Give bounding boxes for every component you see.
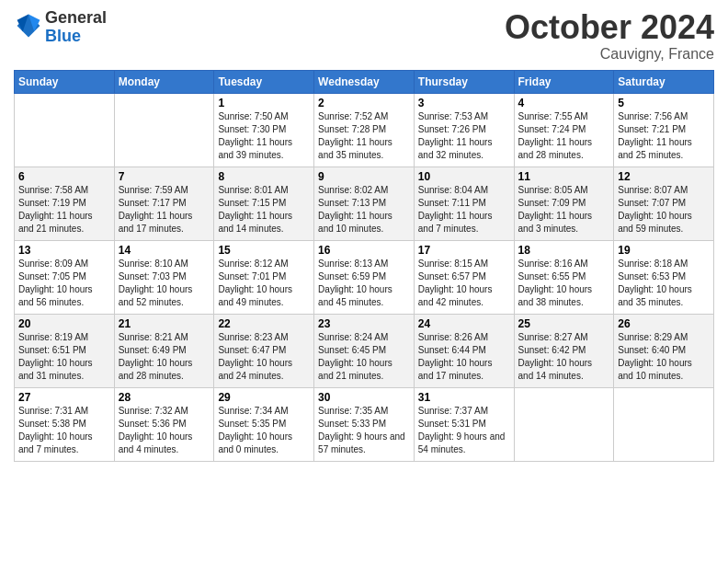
day-info: Sunrise: 7:58 AMSunset: 7:19 PMDaylight:… xyxy=(18,184,110,236)
calendar-cell: 7Sunrise: 7:59 AMSunset: 7:17 PMDaylight… xyxy=(114,167,214,240)
calendar-cell xyxy=(614,387,714,461)
day-number: 29 xyxy=(218,391,310,404)
day-number: 28 xyxy=(119,391,210,404)
day-info: Sunrise: 8:02 AMSunset: 7:13 PMDaylight:… xyxy=(318,184,410,236)
dow-header-monday: Monday xyxy=(114,70,214,93)
day-info: Sunrise: 8:05 AMSunset: 7:09 PMDaylight:… xyxy=(518,184,610,236)
logo-icon xyxy=(16,13,41,39)
day-info: Sunrise: 8:26 AMSunset: 6:44 PMDaylight:… xyxy=(418,331,510,383)
day-number: 23 xyxy=(318,317,410,330)
day-info: Sunrise: 8:01 AMSunset: 7:15 PMDaylight:… xyxy=(218,184,310,236)
day-number: 18 xyxy=(518,244,610,257)
day-info: Sunrise: 7:59 AMSunset: 7:17 PMDaylight:… xyxy=(119,184,210,236)
calendar-cell xyxy=(15,93,115,167)
calendar-cell: 23Sunrise: 8:24 AMSunset: 6:45 PMDayligh… xyxy=(314,314,415,387)
day-info: Sunrise: 7:56 AMSunset: 7:21 PMDaylight:… xyxy=(618,110,710,162)
calendar-cell: 19Sunrise: 8:18 AMSunset: 6:53 PMDayligh… xyxy=(614,240,714,314)
dow-header-tuesday: Tuesday xyxy=(214,70,314,93)
day-number: 22 xyxy=(218,317,310,330)
day-number: 4 xyxy=(518,97,610,109)
calendar-cell: 22Sunrise: 8:23 AMSunset: 6:47 PMDayligh… xyxy=(214,314,314,387)
week-row-1: 1Sunrise: 7:50 AMSunset: 7:30 PMDaylight… xyxy=(15,93,714,167)
calendar-cell: 14Sunrise: 8:10 AMSunset: 7:03 PMDayligh… xyxy=(114,240,214,314)
day-info: Sunrise: 8:24 AMSunset: 6:45 PMDaylight:… xyxy=(318,331,410,383)
day-info: Sunrise: 8:19 AMSunset: 6:51 PMDaylight:… xyxy=(18,331,110,383)
location: Cauvigny, France xyxy=(505,46,714,63)
calendar-cell: 16Sunrise: 8:13 AMSunset: 6:59 PMDayligh… xyxy=(314,240,415,314)
logo: General Blue xyxy=(14,9,107,46)
calendar-cell: 20Sunrise: 8:19 AMSunset: 6:51 PMDayligh… xyxy=(15,314,115,387)
day-number: 17 xyxy=(418,244,510,257)
logo-blue: Blue xyxy=(45,27,81,45)
day-info: Sunrise: 7:35 AMSunset: 5:33 PMDaylight:… xyxy=(318,405,410,456)
day-info: Sunrise: 8:23 AMSunset: 6:47 PMDaylight:… xyxy=(218,331,310,383)
calendar-cell: 15Sunrise: 8:12 AMSunset: 7:01 PMDayligh… xyxy=(214,240,314,314)
day-number: 3 xyxy=(418,97,510,109)
header: General Blue October 2024 Cauvigny, Fran… xyxy=(14,9,714,63)
calendar-cell: 9Sunrise: 8:02 AMSunset: 7:13 PMDaylight… xyxy=(314,167,415,240)
day-info: Sunrise: 8:21 AMSunset: 6:49 PMDaylight:… xyxy=(119,331,210,383)
day-number: 6 xyxy=(18,170,110,183)
day-number: 24 xyxy=(418,317,510,330)
calendar-cell: 31Sunrise: 7:37 AMSunset: 5:31 PMDayligh… xyxy=(414,387,514,461)
dow-header-saturday: Saturday xyxy=(614,70,714,93)
day-number: 12 xyxy=(618,170,710,183)
day-info: Sunrise: 7:52 AMSunset: 7:28 PMDaylight:… xyxy=(318,110,410,162)
calendar-cell: 17Sunrise: 8:15 AMSunset: 6:57 PMDayligh… xyxy=(414,240,514,314)
day-number: 19 xyxy=(618,244,710,257)
dow-header-wednesday: Wednesday xyxy=(314,70,415,93)
day-info: Sunrise: 8:13 AMSunset: 6:59 PMDaylight:… xyxy=(318,258,410,309)
day-number: 14 xyxy=(119,244,210,257)
day-number: 25 xyxy=(518,317,610,330)
dow-header-sunday: Sunday xyxy=(15,70,115,93)
day-number: 11 xyxy=(518,170,610,183)
title-block: October 2024 Cauvigny, France xyxy=(505,9,714,63)
calendar-cell: 12Sunrise: 8:07 AMSunset: 7:07 PMDayligh… xyxy=(614,167,714,240)
calendar-cell: 21Sunrise: 8:21 AMSunset: 6:49 PMDayligh… xyxy=(114,314,214,387)
logo-general: General xyxy=(45,8,107,27)
calendar-cell: 13Sunrise: 8:09 AMSunset: 7:05 PMDayligh… xyxy=(15,240,115,314)
week-row-5: 27Sunrise: 7:31 AMSunset: 5:38 PMDayligh… xyxy=(15,387,714,461)
day-info: Sunrise: 8:04 AMSunset: 7:11 PMDaylight:… xyxy=(418,184,510,236)
calendar-cell: 5Sunrise: 7:56 AMSunset: 7:21 PMDaylight… xyxy=(614,93,714,167)
day-number: 21 xyxy=(119,317,210,330)
calendar-body: 1Sunrise: 7:50 AMSunset: 7:30 PMDaylight… xyxy=(15,93,714,461)
logo-text: General Blue xyxy=(45,9,107,46)
calendar-cell: 29Sunrise: 7:34 AMSunset: 5:35 PMDayligh… xyxy=(214,387,314,461)
day-info: Sunrise: 8:27 AMSunset: 6:42 PMDaylight:… xyxy=(518,331,610,383)
calendar-cell: 3Sunrise: 7:53 AMSunset: 7:26 PMDaylight… xyxy=(414,93,514,167)
day-info: Sunrise: 7:50 AMSunset: 7:30 PMDaylight:… xyxy=(218,110,310,162)
calendar-cell: 30Sunrise: 7:35 AMSunset: 5:33 PMDayligh… xyxy=(314,387,415,461)
day-number: 5 xyxy=(618,97,710,109)
calendar-cell: 27Sunrise: 7:31 AMSunset: 5:38 PMDayligh… xyxy=(15,387,115,461)
day-number: 15 xyxy=(218,244,310,257)
day-number: 1 xyxy=(218,97,310,109)
day-info: Sunrise: 7:55 AMSunset: 7:24 PMDaylight:… xyxy=(518,110,610,162)
calendar-cell: 18Sunrise: 8:16 AMSunset: 6:55 PMDayligh… xyxy=(514,240,614,314)
calendar-cell: 4Sunrise: 7:55 AMSunset: 7:24 PMDaylight… xyxy=(514,93,614,167)
day-info: Sunrise: 8:07 AMSunset: 7:07 PMDaylight:… xyxy=(618,184,710,236)
calendar-cell: 1Sunrise: 7:50 AMSunset: 7:30 PMDaylight… xyxy=(214,93,314,167)
day-info: Sunrise: 8:09 AMSunset: 7:05 PMDaylight:… xyxy=(18,258,110,309)
day-of-week-row: SundayMondayTuesdayWednesdayThursdayFrid… xyxy=(15,70,714,93)
day-number: 20 xyxy=(18,317,110,330)
calendar-cell: 26Sunrise: 8:29 AMSunset: 6:40 PMDayligh… xyxy=(614,314,714,387)
day-info: Sunrise: 7:32 AMSunset: 5:36 PMDaylight:… xyxy=(119,405,210,456)
calendar-table: SundayMondayTuesdayWednesdayThursdayFrid… xyxy=(14,70,714,462)
calendar-cell: 25Sunrise: 8:27 AMSunset: 6:42 PMDayligh… xyxy=(514,314,614,387)
day-info: Sunrise: 7:31 AMSunset: 5:38 PMDaylight:… xyxy=(18,405,110,456)
day-info: Sunrise: 8:12 AMSunset: 7:01 PMDaylight:… xyxy=(218,258,310,309)
day-info: Sunrise: 8:29 AMSunset: 6:40 PMDaylight:… xyxy=(618,331,710,383)
day-info: Sunrise: 8:15 AMSunset: 6:57 PMDaylight:… xyxy=(418,258,510,309)
day-number: 9 xyxy=(318,170,410,183)
calendar-cell: 28Sunrise: 7:32 AMSunset: 5:36 PMDayligh… xyxy=(114,387,214,461)
day-info: Sunrise: 8:16 AMSunset: 6:55 PMDaylight:… xyxy=(518,258,610,309)
day-info: Sunrise: 7:37 AMSunset: 5:31 PMDaylight:… xyxy=(418,405,510,456)
day-number: 26 xyxy=(618,317,710,330)
calendar-cell xyxy=(514,387,614,461)
calendar-cell: 6Sunrise: 7:58 AMSunset: 7:19 PMDaylight… xyxy=(15,167,115,240)
day-number: 2 xyxy=(318,97,410,109)
dow-header-thursday: Thursday xyxy=(414,70,514,93)
day-number: 31 xyxy=(418,391,510,404)
day-number: 7 xyxy=(119,170,210,183)
